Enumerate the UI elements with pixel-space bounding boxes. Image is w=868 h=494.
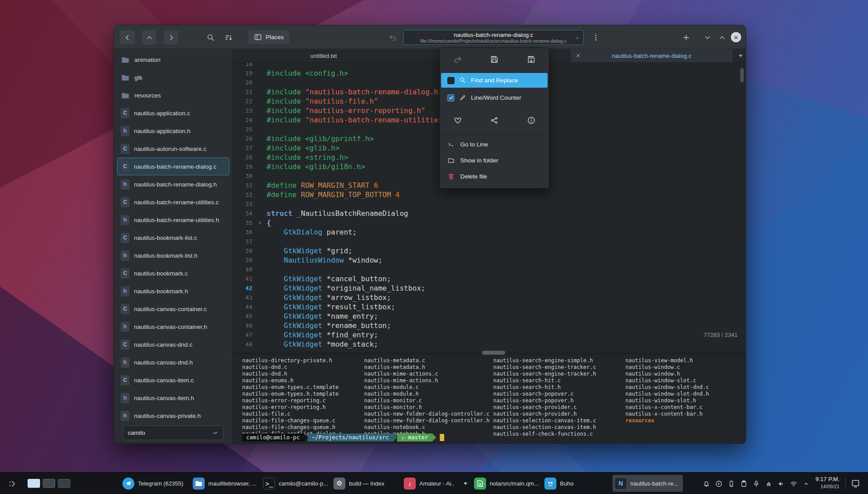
sidebar-item[interactable]: Cnautilus-batch-rename-utilities.c — [117, 193, 229, 211]
sidebar-item[interactable]: Cnautilus-bookmark.c — [117, 264, 229, 282]
sidebar-item[interactable]: Cnautilus-canvas-container.c — [117, 300, 229, 318]
device-icon[interactable] — [727, 480, 735, 488]
save-as-icon — [527, 55, 536, 64]
h-file-icon: h — [121, 357, 130, 368]
window-preview[interactable] — [28, 479, 40, 488]
clock[interactable]: 9:17 P.M. 14/09/21 — [808, 475, 840, 490]
url-bar[interactable]: nautilus-batch-rename-dialog.c file:///h… — [403, 30, 584, 45]
close-button[interactable] — [731, 32, 741, 42]
sidebar-item-label: nautilus-application.h — [134, 128, 191, 134]
filter-combobox[interactable] — [123, 425, 223, 440]
code-line: 46 GtkWidget *rename_button; — [233, 321, 746, 330]
minimize-window-button[interactable] — [716, 31, 728, 44]
search-button[interactable] — [204, 31, 217, 44]
sidebar-item[interactable]: hnautilus-batch-rename-dialog.h — [117, 175, 229, 193]
sidebar-item[interactable]: hnautilus-application.h — [117, 122, 229, 140]
terminal-file-entry: nautilus-window.h — [625, 371, 709, 377]
network-icon[interactable] — [790, 480, 798, 488]
chevron-up-icon[interactable] — [575, 35, 580, 40]
fold-marker-icon[interactable]: ∨ — [259, 218, 262, 227]
menu-item-find-replace[interactable]: Find and Replace — [441, 73, 548, 88]
taskbar-task-build[interactable]: ⚙build — Index — [331, 475, 402, 492]
menu-item-show-in-folder[interactable]: Show in folder — [440, 154, 549, 167]
code-line: 32#define ROW_MARGIN_TOP_BOTTOM 4 — [233, 190, 746, 199]
horizontal-scrollbar[interactable] — [482, 351, 505, 355]
info-button[interactable] — [523, 112, 539, 128]
bell-icon[interactable] — [702, 480, 710, 488]
redo-button[interactable] — [450, 51, 466, 67]
up-button[interactable] — [142, 30, 156, 45]
sort-button[interactable] — [222, 31, 235, 44]
info-icon — [527, 116, 536, 125]
window-preview[interactable] — [58, 479, 70, 488]
favorite-button[interactable] — [450, 112, 466, 128]
sidebar-item[interactable]: animation — [117, 51, 229, 69]
panel-launcher-icon[interactable] — [8, 479, 18, 489]
volume-icon[interactable] — [777, 480, 785, 488]
line-number: 21 — [233, 87, 258, 97]
sidebar-item[interactable]: hnautilus-bookmark.h — [117, 282, 229, 300]
terminal-file-entry: nautilus-search-provider.c — [493, 404, 596, 411]
sidebar-item[interactable]: gtk — [117, 69, 229, 86]
sidebar-item[interactable]: Cnautilus-bookmark-list.c — [117, 229, 229, 247]
chevron-down-icon[interactable] — [212, 429, 219, 436]
new-document-button[interactable] — [680, 31, 692, 44]
taskbar-task-filebrowser[interactable]: mauifilebrowser, ... — [191, 475, 261, 492]
taskbar-task-nautilus[interactable]: Nnautilus-batch-re... — [612, 475, 683, 492]
menu-item-go-to-line[interactable]: Go to Line — [440, 138, 549, 151]
sidebar-item[interactable]: hnautilus-canvas-item.h — [117, 389, 229, 407]
sidebar-item[interactable]: hnautilus-canvas-container.h — [117, 318, 229, 336]
menu-item-line-word-counter[interactable]: Line/Word Counter — [441, 90, 548, 105]
menu-item-delete-file[interactable]: Delete file — [440, 170, 549, 183]
sidebar-item[interactable]: Cnautilus-autorun-software.c — [117, 140, 229, 158]
sidebar-item[interactable]: hnautilus-canvas-dnd.h — [117, 353, 229, 371]
media-play-icon[interactable] — [715, 480, 723, 488]
window-header[interactable]: Places nautilus-batch-rename-dialog.c fi… — [114, 25, 746, 49]
forward-button[interactable] — [164, 30, 178, 45]
clipboard-icon[interactable] — [740, 480, 748, 488]
terminal-file-entry: nautilus-selection-canvas-item.h — [493, 424, 596, 431]
line-number: 39 — [233, 255, 258, 265]
terminal-panel[interactable]: nautilus-directory-private.hnautilus-dnd… — [233, 355, 746, 443]
tab-untitled[interactable]: untitled.txt — [242, 49, 405, 62]
sidebar-item[interactable]: resources — [117, 86, 229, 104]
sidebar-item[interactable]: Cnautilus-canvas-item.c — [117, 371, 229, 389]
undo-icon[interactable] — [386, 31, 399, 44]
sidebar-item[interactable]: Cnautilus-canvas-dnd.c — [117, 336, 229, 353]
code-line: 43 GtkWidget *arrow_listbox; — [233, 293, 746, 302]
filter-input[interactable] — [128, 429, 212, 436]
prompt-branch: master — [397, 433, 432, 441]
taskbar-task-media[interactable]: ♪Amateur - Ai.. — [402, 475, 472, 492]
save-as-button[interactable] — [523, 51, 539, 67]
vertical-scrollbar[interactable] — [740, 68, 744, 82]
overflow-menu-button[interactable] — [589, 31, 602, 44]
show-desktop-button[interactable] — [850, 478, 861, 488]
terminal-icon: >_ — [263, 478, 275, 490]
usb-icon[interactable] — [765, 480, 773, 488]
line-number: 38 — [233, 246, 258, 255]
folder-icon — [121, 55, 130, 65]
sidebar-item[interactable]: hnautilus-bookmark-list.h — [117, 247, 229, 264]
taskbar-task-nota[interactable]: nota/src/main.qm... — [472, 475, 542, 492]
taskbar-task-terminal[interactable]: >_camilo@camilo-p... — [261, 475, 331, 492]
chevron-left-icon — [123, 33, 132, 42]
tab-current-file[interactable]: nautilus-batch-rename-dialog.c — [570, 49, 733, 62]
sidebar-item[interactable]: Cnautilus-application.c — [117, 104, 229, 122]
save-button[interactable] — [487, 51, 503, 67]
code-line: 34struct _NautilusBatchRenameDialog — [233, 209, 746, 218]
taskbar-task-buho[interactable]: Buho — [542, 475, 612, 492]
share-button[interactable] — [487, 112, 503, 128]
sidebar-item[interactable]: hnautilus-batch-rename-utilities.h — [117, 211, 229, 229]
taskbar-task-telegram[interactable]: Telegram (62355) — [120, 475, 191, 492]
sidebar-item[interactable]: hnautilus-canvas-private.h — [117, 407, 229, 425]
line-number: 28 — [233, 153, 258, 162]
restore-window-button[interactable] — [701, 31, 714, 44]
places-button[interactable]: Places — [248, 30, 289, 44]
sidebar-item[interactable]: Cnautilus-batch-rename-dialog.c — [117, 158, 229, 175]
tab-close-icon[interactable] — [575, 53, 581, 59]
add-tab-button[interactable]: + — [735, 50, 746, 61]
window-preview[interactable] — [43, 479, 55, 488]
microphone-icon[interactable] — [752, 480, 760, 488]
terminal-file-entry: nautilus-enum-types.c.template — [242, 384, 342, 391]
back-button[interactable] — [120, 30, 134, 45]
